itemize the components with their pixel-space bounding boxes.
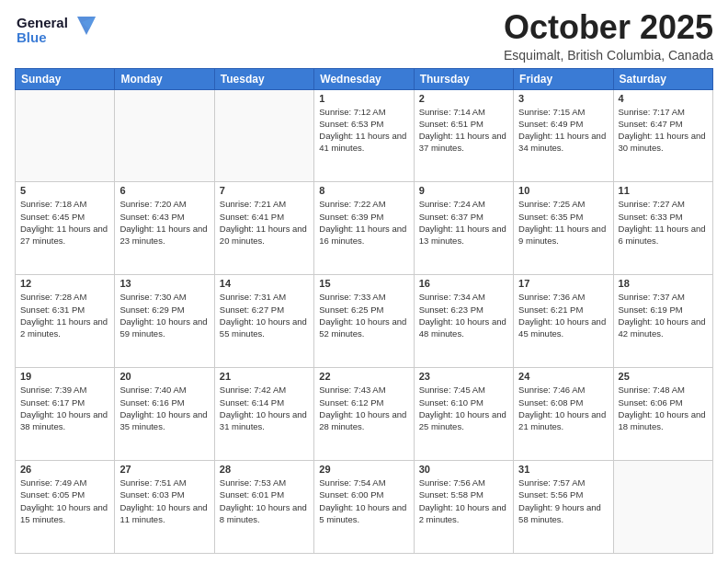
cell-info: Sunrise: 7:34 AM (419, 291, 508, 303)
calendar-cell: 31Sunrise: 7:57 AMSunset: 5:56 PMDayligh… (514, 461, 613, 554)
cell-info: Sunset: 6:37 PM (419, 211, 508, 223)
cell-info: Sunrise: 7:22 AM (319, 198, 408, 210)
day-number: 8 (319, 185, 408, 196)
day-number: 22 (319, 371, 408, 382)
day-number: 21 (220, 371, 309, 382)
cell-info: Daylight: 10 hours and 5 minutes. (319, 501, 408, 526)
day-number: 24 (518, 371, 608, 382)
calendar-cell (16, 89, 115, 182)
cell-info: Sunrise: 7:51 AM (119, 477, 209, 488)
day-number: 23 (419, 371, 508, 382)
cell-info: Daylight: 10 hours and 31 minutes. (220, 408, 309, 433)
day-header-wednesday: Wednesday (314, 68, 414, 89)
cell-info: Sunset: 6:06 PM (619, 396, 708, 408)
day-number: 11 (619, 185, 708, 196)
calendar-cell: 27Sunrise: 7:51 AMSunset: 6:03 PMDayligh… (115, 461, 214, 554)
cell-info: Sunset: 6:51 PM (419, 118, 508, 130)
cell-info: Sunset: 6:31 PM (20, 304, 109, 316)
calendar-cell (613, 461, 712, 554)
cell-info: Sunset: 5:56 PM (518, 488, 608, 500)
cell-info: Sunset: 6:27 PM (220, 304, 309, 316)
day-header-tuesday: Tuesday (214, 68, 313, 89)
cell-info: Sunrise: 7:46 AM (518, 384, 608, 396)
cell-info: Sunset: 6:01 PM (220, 488, 309, 500)
calendar-cell: 1Sunrise: 7:12 AMSunset: 6:53 PMDaylight… (314, 89, 414, 182)
cell-info: Daylight: 10 hours and 38 minutes. (20, 408, 109, 433)
header: General Blue October 2025 Esquimalt, Bri… (15, 9, 713, 63)
day-header-monday: Monday (115, 68, 214, 89)
day-number: 9 (419, 185, 508, 196)
day-number: 1 (319, 93, 408, 104)
day-number: 12 (20, 278, 109, 289)
cell-info: Sunset: 6:49 PM (518, 118, 608, 130)
calendar-cell (115, 89, 214, 182)
cell-info: Sunrise: 7:49 AM (20, 477, 109, 488)
cell-info: Sunset: 6:33 PM (619, 211, 708, 223)
cell-info: Daylight: 10 hours and 15 minutes. (20, 501, 109, 526)
svg-text:Blue: Blue (17, 29, 47, 45)
cell-info: Daylight: 11 hours and 34 minutes. (518, 130, 608, 155)
cell-info: Daylight: 10 hours and 59 minutes. (119, 316, 209, 340)
day-number: 20 (119, 371, 209, 382)
cell-info: Sunrise: 7:28 AM (20, 291, 109, 303)
cell-info: Sunset: 6:53 PM (319, 118, 408, 130)
calendar-cell: 8Sunrise: 7:22 AMSunset: 6:39 PMDaylight… (314, 182, 414, 275)
day-number: 19 (20, 371, 109, 382)
day-number: 3 (518, 93, 608, 104)
calendar-cell: 5Sunrise: 7:18 AMSunset: 6:45 PMDaylight… (16, 182, 115, 275)
calendar-cell: 12Sunrise: 7:28 AMSunset: 6:31 PMDayligh… (16, 275, 115, 368)
cell-info: Daylight: 10 hours and 18 minutes. (619, 408, 708, 433)
calendar-cell: 18Sunrise: 7:37 AMSunset: 6:19 PMDayligh… (613, 275, 712, 368)
cell-info: Sunrise: 7:54 AM (319, 477, 408, 488)
cell-info: Sunrise: 7:37 AM (619, 291, 708, 303)
cell-info: Sunrise: 7:43 AM (319, 384, 408, 396)
cell-info: Daylight: 11 hours and 2 minutes. (20, 316, 109, 340)
day-number: 31 (518, 464, 608, 475)
calendar-cell: 2Sunrise: 7:14 AMSunset: 6:51 PMDaylight… (414, 89, 513, 182)
cell-info: Daylight: 10 hours and 35 minutes. (119, 408, 209, 433)
calendar-cell: 28Sunrise: 7:53 AMSunset: 6:01 PMDayligh… (214, 461, 313, 554)
cell-info: Daylight: 10 hours and 2 minutes. (419, 501, 508, 526)
calendar-cell: 26Sunrise: 7:49 AMSunset: 6:05 PMDayligh… (16, 461, 115, 554)
cell-info: Daylight: 10 hours and 25 minutes. (419, 408, 508, 433)
week-row-3: 19Sunrise: 7:39 AMSunset: 6:17 PMDayligh… (16, 368, 713, 461)
cell-info: Daylight: 11 hours and 13 minutes. (419, 223, 508, 247)
calendar-cell: 24Sunrise: 7:46 AMSunset: 6:08 PMDayligh… (514, 368, 613, 461)
cell-info: Sunset: 6:05 PM (20, 488, 109, 500)
day-number: 16 (419, 278, 508, 289)
day-number: 25 (619, 371, 708, 382)
cell-info: Sunrise: 7:14 AM (419, 106, 508, 118)
calendar-cell: 25Sunrise: 7:48 AMSunset: 6:06 PMDayligh… (613, 368, 712, 461)
cell-info: Sunset: 6:25 PM (319, 304, 408, 316)
svg-text:General: General (17, 15, 68, 30)
week-row-2: 12Sunrise: 7:28 AMSunset: 6:31 PMDayligh… (16, 275, 713, 368)
cell-info: Sunset: 6:00 PM (319, 488, 408, 500)
calendar-header-row: SundayMondayTuesdayWednesdayThursdayFrid… (16, 68, 713, 89)
cell-info: Daylight: 10 hours and 48 minutes. (419, 316, 508, 340)
calendar-cell: 4Sunrise: 7:17 AMSunset: 6:47 PMDaylight… (613, 89, 712, 182)
cell-info: Daylight: 10 hours and 11 minutes. (119, 501, 209, 526)
cell-info: Sunset: 6:03 PM (119, 488, 209, 500)
day-header-thursday: Thursday (414, 68, 513, 89)
cell-info: Daylight: 11 hours and 30 minutes. (619, 130, 708, 155)
cell-info: Daylight: 11 hours and 16 minutes. (319, 223, 408, 247)
cell-info: Sunrise: 7:42 AM (220, 384, 309, 396)
cell-info: Sunset: 6:19 PM (619, 304, 708, 316)
cell-info: Sunrise: 7:17 AM (619, 106, 708, 118)
cell-info: Sunset: 6:17 PM (20, 396, 109, 408)
cell-info: Sunrise: 7:25 AM (518, 198, 608, 210)
cell-info: Daylight: 10 hours and 52 minutes. (319, 316, 408, 340)
cell-info: Daylight: 11 hours and 6 minutes. (619, 223, 708, 247)
cell-info: Sunrise: 7:12 AM (319, 106, 408, 118)
calendar-cell: 20Sunrise: 7:40 AMSunset: 6:16 PMDayligh… (115, 368, 214, 461)
day-number: 18 (619, 278, 708, 289)
day-number: 14 (220, 278, 309, 289)
calendar-cell: 19Sunrise: 7:39 AMSunset: 6:17 PMDayligh… (16, 368, 115, 461)
week-row-0: 1Sunrise: 7:12 AMSunset: 6:53 PMDaylight… (16, 89, 713, 182)
day-number: 6 (119, 185, 209, 196)
title-block: October 2025 Esquimalt, British Columbia… (504, 9, 713, 63)
day-number: 4 (619, 93, 708, 104)
calendar-cell: 3Sunrise: 7:15 AMSunset: 6:49 PMDaylight… (514, 89, 613, 182)
week-row-1: 5Sunrise: 7:18 AMSunset: 6:45 PMDaylight… (16, 182, 713, 275)
cell-info: Daylight: 11 hours and 27 minutes. (20, 223, 109, 247)
